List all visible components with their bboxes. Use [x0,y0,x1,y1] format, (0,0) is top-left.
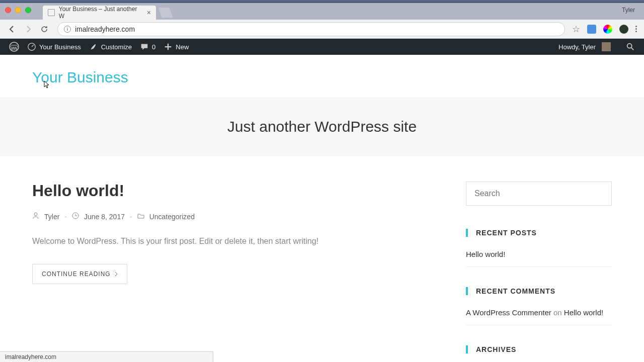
window-close-button[interactable] [5,7,11,13]
forward-button[interactable] [23,24,33,34]
avatar [602,42,611,51]
url-bar[interactable]: i imalreadyhere.com [57,22,565,36]
folder-icon [137,212,144,221]
wp-account-area: Howdy, Tyler [554,42,639,51]
sidebar: RECENT POSTS Hello world! RECENT COMMENT… [466,182,612,362]
comment-on-text: on [551,308,564,317]
recent-comments-heading: RECENT COMMENTS [466,287,612,295]
archives-heading: ARCHIVES [466,345,612,353]
browser-menu-icon[interactable] [635,26,637,32]
hero-tagline-section: Just another WordPress site [0,97,644,156]
wordpress-logo-icon [9,42,19,52]
new-tab-button[interactable] [158,8,173,18]
site-tagline: Just another WordPress site [0,118,644,135]
browser-toolbar: i imalreadyhere.com ☆ [0,20,644,39]
url-text: imalreadyhere.com [75,25,135,33]
dashboard-icon [27,42,36,51]
wp-customize-link[interactable]: Customize [85,39,136,55]
search-input[interactable] [474,189,603,198]
main-content-wrap: Hello world! Tyler - June 8, 2017 - Unca… [0,156,644,362]
post-excerpt: Welcome to WordPress. This is your first… [32,235,436,248]
author-icon [32,212,39,221]
extension-colorpicker-icon[interactable] [603,25,612,34]
continue-reading-label: CONTINUE READING [42,270,111,278]
browser-status-bar: imalreadyhere.com [0,351,213,362]
post-author-link[interactable]: Tyler [44,213,59,221]
page-icon [48,9,55,16]
post-date: June 8, 2017 [84,213,125,221]
wp-comment-count: 0 [152,43,155,51]
meta-separator: - [64,213,67,221]
site-content: Your Business Just another WordPress sit… [0,55,644,362]
comment-icon [140,42,149,51]
back-button[interactable] [7,24,17,34]
bookmark-star-icon[interactable]: ☆ [572,24,580,35]
svg-point-2 [627,44,632,48]
meta-separator: - [130,213,132,221]
browser-profile-name[interactable]: Tyler [622,7,635,14]
wp-admin-bar: Your Business Customize 0 New Howdy, Tyl… [0,39,644,55]
wp-new-link[interactable]: New [159,39,193,55]
browser-tab[interactable]: Your Business – Just another W × [43,6,156,20]
window-maximize-button[interactable] [25,7,31,13]
brush-icon [89,42,98,51]
site-info-icon[interactable]: i [64,26,71,33]
window-minimize-button[interactable] [15,7,21,13]
close-icon[interactable]: × [147,9,151,17]
search-widget [466,182,612,206]
clock-icon [72,212,79,221]
toolbar-actions: ☆ [572,24,637,35]
site-title-link[interactable]: Your Business [32,69,128,86]
browser-tab-bar: Your Business – Just another W × Tyler [0,3,644,20]
cursor-pointer-icon [41,80,50,94]
wp-logo-menu[interactable] [5,39,23,55]
window-controls [5,7,31,13]
post-title-link[interactable]: Hello world! [32,182,436,200]
recent-comment-item: A WordPress Commenter on Hello world! [466,308,612,325]
extension-icon[interactable] [619,25,628,34]
continue-reading-button[interactable]: CONTINUE READING [32,264,127,284]
site-header: Your Business [0,55,644,97]
plus-icon [164,42,173,51]
extension-icon[interactable] [587,25,596,34]
wp-new-label: New [176,43,189,51]
recent-post-link[interactable]: Hello world! [466,250,612,267]
wp-search-toggle[interactable] [622,42,639,51]
wp-customize-label: Customize [101,43,132,51]
wp-site-link[interactable]: Your Business [23,39,85,55]
chevron-right-icon [115,272,118,277]
recent-posts-heading: RECENT POSTS [466,229,612,237]
reload-button[interactable] [39,24,49,34]
commenter-link[interactable]: A WordPress Commenter [466,308,551,317]
post-meta: Tyler - June 8, 2017 - Uncategorized [32,212,436,221]
post-category-link[interactable]: Uncategorized [149,213,195,221]
wp-howdy-link[interactable]: Howdy, Tyler [554,42,615,51]
wp-howdy-text: Howdy, Tyler [558,43,596,51]
comment-post-link[interactable]: Hello world! [564,308,603,317]
wp-comments-link[interactable]: 0 [136,39,159,55]
tab-title: Your Business – Just another W [59,6,143,20]
posts-column: Hello world! Tyler - June 8, 2017 - Unca… [32,182,436,362]
wp-site-name: Your Business [39,43,81,51]
svg-point-3 [34,213,37,216]
search-icon [626,42,635,51]
